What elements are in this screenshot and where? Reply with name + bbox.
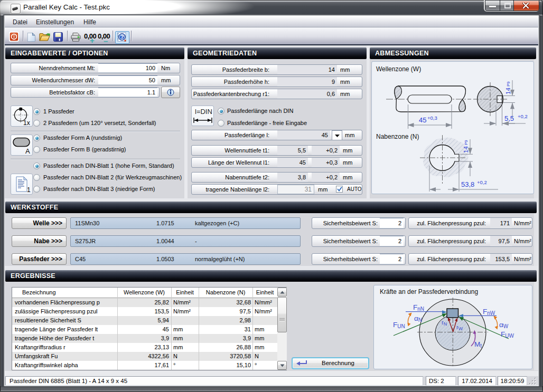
svg-text:Kräfte an der Passfederverbind: Kräfte an der Passfederverbindung [380,288,478,295]
svg-text:53,8: 53,8 [461,180,474,188]
svg-text:P9: P9 [464,140,469,145]
svg-text:P9: P9 [506,81,511,87]
svg-text:FnN: FnN [413,303,424,312]
svg-text:14: 14 [505,88,511,94]
svg-text:?: ? [120,34,124,40]
svg-text:+0,2: +0,2 [518,113,528,119]
svg-text:14: 14 [463,146,469,153]
svg-text:FnW: FnW [483,308,495,316]
svg-text:αW: αW [499,321,509,329]
svg-text:FUW: FUW [501,330,514,339]
svg-text:5,5: 5,5 [504,114,514,122]
svg-text:+0,2: +0,2 [477,179,487,185]
svg-text:+0,3: +0,3 [427,115,437,121]
svg-text:45: 45 [419,116,426,124]
svg-text:Nabenzone (N): Nabenzone (N) [376,133,419,140]
svg-text:αN: αN [414,314,422,323]
svg-text:Wellenzone (W): Wellenzone (W) [376,65,421,73]
svg-text:FUN: FUN [393,321,405,329]
